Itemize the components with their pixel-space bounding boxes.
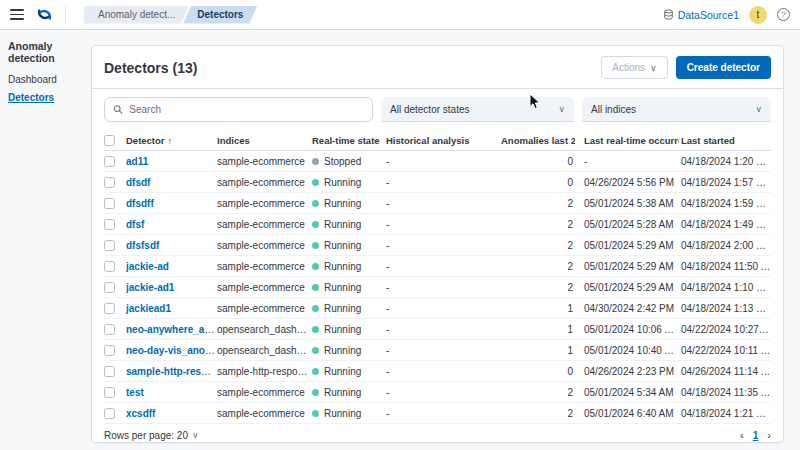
state-dot-icon <box>312 305 319 312</box>
state-dot-icon <box>312 263 319 270</box>
cell-occurrence: 04/26/2024 2:23 PM <box>575 366 679 377</box>
sidebar-item-detectors[interactable]: Detectors <box>8 92 93 103</box>
detector-link[interactable]: dfsdff <box>126 198 154 209</box>
detector-link[interactable]: neo-anywhere_anomal... <box>126 324 217 335</box>
detector-link[interactable]: test <box>126 387 144 398</box>
cell-occurrence: 05/01/2024 10:40 AM <box>575 345 679 356</box>
create-detector-button[interactable]: Create detector <box>676 56 771 79</box>
row-checkbox[interactable] <box>104 366 115 377</box>
cell-started: 04/22/2024 10:11 AM <box>679 345 771 356</box>
chevron-down-icon: ∨ <box>558 104 565 114</box>
detector-link[interactable]: sample-http-response... <box>126 366 217 377</box>
cell-started: 04/18/2024 1:49 PM <box>679 219 771 230</box>
cell-historical: - <box>386 366 501 377</box>
cell-indices: opensearch_dashboard... <box>217 345 312 356</box>
cell-started: 04/18/2024 11:50 AM <box>679 261 771 272</box>
previous-page-icon[interactable]: ‹ <box>740 429 744 441</box>
detector-states-value: All detector states <box>390 104 469 115</box>
cell-occurrence: - <box>575 156 679 167</box>
cell-historical: - <box>386 198 501 209</box>
actions-button[interactable]: Actions ∨ <box>601 56 667 79</box>
cell-occurrence: 05/01/2024 6:40 AM <box>575 408 679 419</box>
row-checkbox[interactable] <box>104 345 115 356</box>
header-realtime-state[interactable]: Real-time state <box>312 135 386 146</box>
row-checkbox[interactable] <box>104 408 115 419</box>
chevron-down-icon: ∨ <box>755 104 762 114</box>
detector-link[interactable]: ad11 <box>126 156 148 167</box>
detector-link[interactable]: jackie-ad <box>126 261 169 272</box>
row-checkbox[interactable] <box>104 324 115 335</box>
search-field[interactable] <box>104 97 373 122</box>
cell-indices: sample-ecommerce <box>217 303 312 314</box>
detectors-panel: Detectors (13) Actions ∨ Create detector… <box>91 45 784 443</box>
row-checkbox[interactable] <box>104 387 115 398</box>
cell-indices: sample-http-responses <box>217 366 312 377</box>
detector-link[interactable]: xcsdff <box>126 408 155 419</box>
header-indices[interactable]: Indices <box>217 135 312 146</box>
help-icon[interactable]: ? <box>777 8 790 21</box>
row-checkbox[interactable] <box>104 240 115 251</box>
detector-link[interactable]: jackiead1 <box>126 303 171 314</box>
table-row: dfsdf sample-ecommerce Running - 0 04/26… <box>104 172 771 193</box>
breadcrumb-detectors[interactable]: Detectors <box>183 6 257 24</box>
row-checkbox[interactable] <box>104 282 115 293</box>
opensearch-logo-icon[interactable] <box>32 6 57 23</box>
table-body: ad11 sample-ecommerce Stopped - 0 - 04/1… <box>104 151 771 424</box>
detector-link[interactable]: dfsdf <box>126 177 150 188</box>
header-historical-analysis[interactable]: Historical analysis <box>386 135 501 146</box>
header-last-started[interactable]: Last started <box>679 135 771 146</box>
state-dot-icon <box>312 158 319 165</box>
cell-anomalies: 2 <box>501 408 575 419</box>
cell-historical: - <box>386 261 501 272</box>
cell-started: 04/18/2024 11:35 AM <box>679 387 771 398</box>
header-detector[interactable]: Detector↑ <box>126 135 217 146</box>
row-checkbox[interactable] <box>104 198 115 209</box>
cell-anomalies: 2 <box>501 387 575 398</box>
detector-link[interactable]: neo-day-vis_anomaly_... <box>126 345 217 356</box>
rows-per-page-label: Rows per page: 20 <box>104 430 188 441</box>
row-checkbox[interactable] <box>104 261 115 272</box>
state-dot-icon <box>312 179 319 186</box>
cell-indices: sample-ecommerce <box>217 198 312 209</box>
row-checkbox[interactable] <box>104 219 115 230</box>
datasource-selector[interactable]: DataSource1 <box>663 9 739 21</box>
cell-historical: - <box>386 177 501 188</box>
next-page-icon[interactable]: › <box>767 429 771 441</box>
database-icon <box>663 9 674 20</box>
cell-started: 04/18/2024 1:59 PM <box>679 198 771 209</box>
select-all-checkbox[interactable] <box>104 135 115 146</box>
cell-anomalies: 1 <box>501 324 575 335</box>
state-dot-icon <box>312 389 319 396</box>
detector-link[interactable]: jackie-ad1 <box>126 282 174 293</box>
row-checkbox[interactable] <box>104 156 115 167</box>
search-input[interactable] <box>129 104 364 115</box>
header-anomalies-24h[interactable]: Anomalies last 24 hours <box>501 135 575 146</box>
indices-value: All indices <box>591 104 636 115</box>
cell-occurrence: 05/01/2024 10:06 AM <box>575 324 679 335</box>
cell-occurrence: 05/01/2024 5:29 AM <box>575 261 679 272</box>
state-label: Running <box>324 324 361 335</box>
cell-historical: - <box>386 282 501 293</box>
indices-select[interactable]: All indices ∨ <box>582 97 771 122</box>
avatar[interactable]: t <box>749 6 767 24</box>
row-checkbox[interactable] <box>104 303 115 314</box>
table-row: jackiead1 sample-ecommerce Running - 1 0… <box>104 298 771 319</box>
detector-link[interactable]: dfsf <box>126 219 144 230</box>
state-dot-icon <box>312 242 319 249</box>
cell-indices: sample-ecommerce <box>217 219 312 230</box>
rows-per-page-selector[interactable]: Rows per page: 20 ∨ <box>104 430 199 441</box>
cell-occurrence: 05/01/2024 5:38 AM <box>575 198 679 209</box>
menu-icon[interactable] <box>10 9 24 20</box>
header-last-occurrence[interactable]: Last real-time occurrence <box>575 135 679 146</box>
detector-link[interactable]: dfsfsdf <box>126 240 159 251</box>
sidebar-title: Anomaly detection <box>8 40 93 64</box>
breadcrumb-anomaly-detection[interactable]: Anomaly detect... <box>84 6 189 24</box>
cell-anomalies: 1 <box>501 303 575 314</box>
row-checkbox[interactable] <box>104 177 115 188</box>
sidebar-item-dashboard[interactable]: Dashboard <box>8 74 93 85</box>
detector-states-select[interactable]: All detector states ∨ <box>381 97 574 122</box>
cell-historical: - <box>386 219 501 230</box>
cell-started: 04/18/2024 1:20 PM <box>679 156 771 167</box>
table-row: dfsdff sample-ecommerce Running - 2 05/0… <box>104 193 771 214</box>
page-number[interactable]: 1 <box>753 430 759 441</box>
